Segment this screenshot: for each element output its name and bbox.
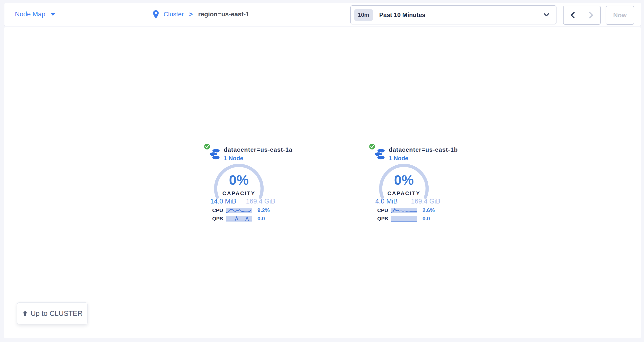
breadcrumb-cluster-link[interactable]: Cluster	[164, 10, 184, 18]
qps-label: QPS	[377, 216, 391, 222]
time-back-button[interactable]	[563, 5, 582, 25]
capacity-used: 4.0 MiB	[375, 198, 398, 205]
capacity-used: 14.0 MiB	[210, 198, 236, 205]
cpu-metric-row: CPU 9.2%	[212, 207, 270, 213]
cpu-label: CPU	[377, 207, 391, 213]
up-to-cluster-label: Up to CLUSTER	[30, 310, 83, 318]
cpu-value: 2.6%	[422, 207, 435, 214]
capacity-percent: 0%	[212, 172, 266, 188]
view-switcher-dropdown[interactable]: Node Map	[15, 3, 56, 26]
time-forward-button[interactable]	[582, 5, 601, 25]
datacenter-title: datacenter=us-east-1a	[224, 146, 292, 153]
header-divider	[339, 5, 339, 23]
arrow-up-icon	[22, 310, 28, 317]
datacenter-header: datacenter=us-east-1b 1 Node	[389, 146, 458, 162]
qps-metric-row: QPS 0.0	[212, 216, 265, 222]
breadcrumb-current: region=us-east-1	[198, 10, 250, 18]
time-window-select[interactable]: 10m Past 10 Minutes	[350, 5, 556, 24]
capacity-label: CAPACITY	[212, 190, 266, 197]
node-map-canvas: datacenter=us-east-1a 1 Node 0% CAPACITY…	[4, 27, 641, 338]
caret-down-icon	[50, 13, 56, 16]
qps-label: QPS	[212, 216, 226, 222]
time-nav-group	[563, 5, 601, 25]
breadcrumb-separator: >	[189, 10, 193, 18]
cpu-sparkline	[226, 208, 252, 213]
capacity-values: 4.0 MiB 169.4 GiB	[375, 198, 440, 205]
now-button[interactable]: Now	[606, 5, 634, 25]
up-to-cluster-button[interactable]: Up to CLUSTER	[17, 303, 88, 325]
view-switcher-label: Node Map	[15, 10, 46, 18]
time-window-label: Past 10 Minutes	[379, 11, 426, 18]
cpu-label: CPU	[212, 207, 226, 213]
datacenter-card-us-east-1a[interactable]: datacenter=us-east-1a 1 Node 0% CAPACITY…	[204, 143, 306, 225]
breadcrumb: Cluster > region=us-east-1	[153, 3, 249, 26]
capacity-gauge: 0% CAPACITY	[212, 161, 266, 202]
datacenter-card-us-east-1b[interactable]: datacenter=us-east-1b 1 Node 0% CAPACITY…	[368, 143, 471, 225]
capacity-total: 169.4 GiB	[411, 198, 440, 205]
cpu-metric-row: CPU 2.6%	[377, 207, 435, 213]
qps-value: 0.0	[258, 215, 265, 222]
cpu-sparkline	[391, 208, 417, 213]
datacenter-stack-icon	[209, 148, 220, 160]
capacity-percent: 0%	[377, 172, 431, 188]
qps-sparkline	[391, 216, 417, 222]
capacity-values: 14.0 MiB 169.4 GiB	[210, 198, 275, 205]
chevron-down-icon	[544, 13, 549, 16]
capacity-label: CAPACITY	[377, 190, 431, 197]
capacity-gauge: 0% CAPACITY	[377, 161, 431, 202]
datacenter-title: datacenter=us-east-1b	[389, 146, 458, 153]
location-pin-icon	[153, 10, 159, 19]
chevron-left-icon	[570, 11, 575, 19]
datacenter-stack-icon	[374, 148, 386, 160]
datacenter-header: datacenter=us-east-1a 1 Node	[224, 146, 292, 162]
qps-sparkline	[226, 216, 252, 222]
cpu-value: 9.2%	[258, 207, 270, 214]
qps-metric-row: QPS 0.0	[377, 216, 430, 222]
top-bar: Node Map Cluster > region=us-east-1 10m …	[4, 3, 641, 26]
time-window-badge: 10m	[354, 9, 373, 21]
qps-value: 0.0	[422, 215, 430, 222]
chevron-right-icon	[588, 11, 594, 19]
capacity-total: 169.4 GiB	[246, 198, 275, 205]
